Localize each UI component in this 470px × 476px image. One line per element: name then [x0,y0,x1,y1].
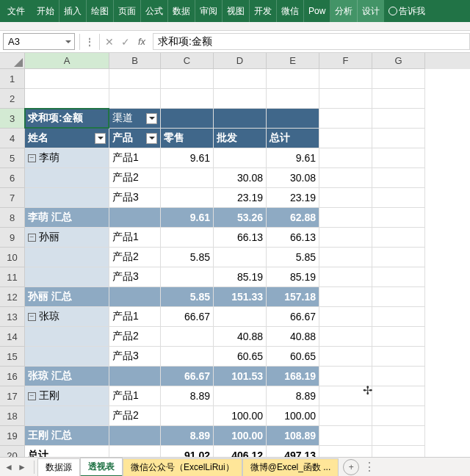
pivot-val-total[interactable]: 66.13 [267,228,319,248]
row-header-2[interactable]: 2 [0,89,25,109]
cell[interactable] [319,89,372,109]
pivot-group-cont[interactable] [25,248,109,267]
pivot-val-total[interactable]: 9.61 [267,148,319,168]
pivot-subtotal-total[interactable]: 108.89 [267,426,319,446]
pivot-val-total[interactable]: 66.67 [267,307,319,327]
cell[interactable] [161,109,214,129]
pivot-val-total[interactable]: 40.88 [267,327,319,347]
pivot-val-wholesale[interactable]: 66.13 [214,228,267,248]
pivot-val-retail[interactable] [161,228,214,248]
cell[interactable] [214,109,267,129]
pivot-val-total[interactable]: 5.85 [267,248,319,267]
ribbon-tab-insert[interactable]: 插入 [59,0,87,22]
pivot-val-retail[interactable] [161,406,214,426]
cell[interactable] [319,327,372,347]
ribbon-tab-draw[interactable]: 绘图 [87,0,114,22]
cell[interactable] [319,406,372,426]
cell[interactable] [372,327,425,347]
pivot-subtotal-wholesale[interactable]: 101.53 [214,367,267,386]
pivot-product[interactable]: 产品1 [109,307,161,327]
pivot-product[interactable]: 产品1 [109,228,161,248]
name-box[interactable]: A3 [3,33,75,50]
pivot-group-name[interactable]: −孙丽 [25,228,109,248]
ribbon-tab-file[interactable]: 文件 [3,0,29,22]
pivot-group-cont[interactable] [25,406,109,426]
cell[interactable] [372,109,425,129]
tell-me[interactable]: 告诉我 [384,5,430,18]
cell[interactable] [372,69,425,89]
cell[interactable] [372,208,425,228]
cancel-icon[interactable]: ✕ [101,34,118,50]
pivot-val-total[interactable]: 23.19 [267,188,319,208]
row-header-14[interactable]: 14 [0,327,25,347]
pivot-subtotal-total[interactable]: 62.88 [267,208,319,228]
cell[interactable] [319,69,372,89]
pivot-val-retail[interactable] [161,347,214,367]
pivot-val-retail[interactable] [161,188,214,208]
cell[interactable] [267,69,319,89]
pivot-val-retail[interactable]: 9.61 [161,148,214,168]
row-header-8[interactable]: 8 [0,208,25,228]
pivot-val-retail[interactable] [161,327,214,347]
cell[interactable] [109,426,161,446]
select-all-corner[interactable] [0,53,25,69]
cell[interactable] [109,287,161,307]
row-header-9[interactable]: 9 [0,228,25,248]
cell[interactable] [372,129,425,148]
row-header-19[interactable]: 19 [0,426,25,446]
pivot-val-wholesale[interactable]: 23.19 [214,188,267,208]
pivot-product[interactable]: 产品2 [109,406,161,426]
cell[interactable] [372,347,425,367]
formula-input[interactable]: 求和项:金额 [153,33,470,50]
cell[interactable] [319,287,372,307]
ribbon-tab-wechat[interactable]: 微信 [277,0,304,22]
cell[interactable] [319,168,372,188]
ribbon-tab-review[interactable]: 审阅 [195,0,223,22]
cell[interactable] [372,89,425,109]
pivot-group-name[interactable]: −李萌 [25,148,109,168]
cell[interactable] [214,89,267,109]
cell[interactable] [319,129,372,148]
cell[interactable] [319,228,372,248]
tab-nav-prev-icon[interactable]: ◄ [3,461,15,473]
pivot-val-wholesale[interactable] [214,307,267,327]
pivot-product[interactable]: 产品2 [109,248,161,267]
pivot-val-retail[interactable] [161,168,214,188]
row-header-11[interactable]: 11 [0,267,25,287]
cell[interactable] [267,89,319,109]
cell[interactable] [372,406,425,426]
namebox-menu-icon[interactable]: ⋮ [82,34,98,50]
cell[interactable] [109,208,161,228]
pivot-subtotal-label[interactable]: 李萌 汇总 [25,208,109,228]
ribbon-tab-view[interactable]: 视图 [223,0,250,22]
row-header-17[interactable]: 17 [0,386,25,406]
pivot-val-total[interactable]: 60.65 [267,347,319,367]
pivot-val-retail[interactable]: 8.89 [161,386,214,406]
row-header-1[interactable]: 1 [0,69,25,89]
cell[interactable] [109,89,161,109]
cell[interactable] [25,69,109,89]
cell[interactable] [161,69,214,89]
filter-name-icon[interactable] [95,133,106,144]
pivot-group-name[interactable]: −张琼 [25,307,109,327]
collapse-icon[interactable]: − [28,392,36,400]
pivot-val-total[interactable]: 85.19 [267,267,319,287]
pivot-subtotal-total[interactable]: 157.18 [267,287,319,307]
tab-nav-next-icon[interactable]: ► [16,461,28,473]
collapse-icon[interactable]: − [28,313,36,321]
pivot-val-total[interactable]: 8.89 [267,386,319,406]
cell[interactable] [372,228,425,248]
ribbon-tab-page[interactable]: 页面 [114,0,141,22]
filter-product-icon[interactable] [146,133,157,144]
cell[interactable] [109,69,161,89]
row-header-3[interactable]: 3 [0,109,25,129]
pivot-subtotal-wholesale[interactable]: 100.00 [214,426,267,446]
pivot-val-wholesale[interactable] [214,148,267,168]
pivot-val-retail[interactable] [161,267,214,287]
sheet-tab-wechat[interactable]: 微信公众号（ExcelLiRui） [123,458,242,476]
pivot-colfield[interactable]: 渠道 [109,109,161,129]
cells-area[interactable]: ✢ 求和项:金额渠道姓名产品零售批发总计−李萌产品19.619.61产品230.… [25,69,470,466]
cell[interactable] [319,267,372,287]
pivot-rowfield[interactable]: 姓名 [25,129,109,148]
pivot-subtotal-retail[interactable]: 8.89 [161,426,214,446]
